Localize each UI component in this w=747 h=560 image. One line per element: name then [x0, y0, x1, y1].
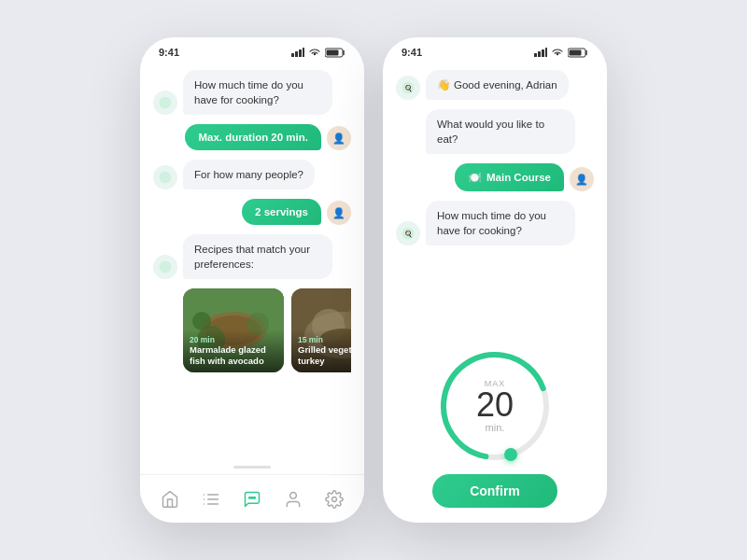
recipe-card-turkey[interactable]: 15 min Grilled vegetable turkey — [291, 288, 351, 372]
bot-avatar-2: 🍳 — [396, 76, 420, 100]
greeting-emoji: 👋 — [437, 79, 450, 91]
chat-icon — [243, 490, 261, 509]
svg-text:🍳: 🍳 — [404, 84, 413, 92]
nav-chat[interactable] — [235, 483, 269, 516]
message-row: 2 servings 👤 — [153, 199, 351, 225]
bottom-nav-1 — [140, 474, 364, 523]
status-bar-1: 9:41 — [140, 37, 364, 63]
message-row: 🍳 How much time do you have for cooking? — [396, 201, 594, 245]
battery-icon-2 — [568, 48, 588, 58]
svg-point-32 — [290, 492, 297, 498]
svg-text:🍳: 🍳 — [404, 230, 413, 238]
settings-icon — [325, 490, 344, 509]
chat-area-1: 🍳 How much time do you have for cooking?… — [140, 63, 364, 462]
message-row: 🍳 How much time do you have for cooking? — [153, 70, 351, 115]
user-avatar-2: 👤 — [570, 167, 594, 191]
phones-container: 9:41 — [140, 37, 607, 523]
message-row: 🍳 👋Good evening, Adrian — [396, 70, 594, 100]
chef-icon: 🍳 — [159, 171, 172, 184]
svg-rect-3 — [303, 48, 304, 57]
message-row: What would you like to eat? — [396, 109, 594, 154]
list-icon — [202, 490, 220, 509]
svg-rect-36 — [542, 49, 544, 57]
message-row: Max. duration 20 min. 👤 — [153, 124, 351, 150]
message-row: 🍳 Recipes that match your preferences: — [153, 234, 351, 279]
chef-icon-2: 🍳 — [402, 81, 415, 94]
nav-home[interactable] — [153, 483, 187, 516]
bot-bubble-2: What would you like to eat? — [426, 109, 575, 154]
timer-center: MAX 20 min. — [476, 379, 514, 433]
bot-bubble: Recipes that match your preferences: — [183, 234, 332, 279]
status-icons-2 — [534, 48, 588, 58]
home-icon — [161, 490, 179, 509]
timer-number: 20 — [476, 388, 514, 422]
svg-rect-37 — [545, 48, 547, 57]
svg-point-10 — [160, 261, 172, 273]
wifi-icon-2 — [551, 48, 564, 57]
svg-rect-1 — [295, 51, 298, 57]
svg-point-8 — [160, 172, 172, 184]
user-bubble: 2 servings — [242, 199, 321, 225]
status-bar-2: 9:41 — [383, 37, 607, 63]
nav-settings[interactable] — [317, 483, 351, 516]
user-avatar: 👤 — [327, 126, 351, 150]
signal-icon-2 — [534, 48, 547, 57]
signal-icon — [291, 48, 304, 57]
recipe-cards: 20 min Marmalade glazed fish with avocad… — [183, 288, 351, 372]
svg-point-33 — [332, 497, 337, 501]
profile-icon — [284, 490, 303, 509]
bot-bubble: For how many people? — [183, 160, 315, 189]
phone-2: 9:41 — [383, 37, 607, 523]
svg-rect-0 — [291, 53, 294, 57]
bot-avatar: 🍳 — [153, 91, 177, 115]
recipe-overlay: 15 min Grilled vegetable turkey — [291, 329, 351, 373]
user-bubble: Max. duration 20 min. — [185, 124, 321, 150]
recipe-name: Grilled vegetable turkey — [298, 344, 351, 368]
svg-rect-5 — [327, 49, 339, 55]
chef-icon: 🍳 — [159, 260, 172, 273]
svg-point-17 — [192, 312, 211, 330]
recipe-card-fish[interactable]: 20 min Marmalade glazed fish with avocad… — [183, 288, 284, 372]
message-row: 🍽️Main Course 👤 — [396, 163, 594, 191]
svg-rect-39 — [570, 49, 582, 55]
bot-avatar: 🍳 — [153, 255, 177, 279]
svg-point-29 — [249, 497, 251, 498]
chef-icon: 🍳 — [159, 96, 172, 109]
recipe-cards-container: 20 min Marmalade glazed fish with avocad… — [153, 288, 351, 372]
user-bubble-main-course: 🍽️Main Course — [455, 163, 564, 191]
phone-1: 9:41 — [140, 37, 364, 523]
time-1: 9:41 — [159, 47, 179, 58]
bot-avatar: 🍳 — [153, 165, 177, 189]
bot-avatar-3: 🍳 — [396, 221, 420, 245]
wifi-icon — [308, 48, 321, 57]
svg-point-6 — [160, 97, 172, 109]
scroll-indicator — [233, 466, 271, 469]
timer-circle[interactable]: MAX 20 min. — [434, 345, 556, 467]
svg-rect-35 — [538, 51, 541, 57]
time-2: 9:41 — [402, 47, 422, 58]
svg-point-30 — [251, 497, 253, 498]
battery-icon — [325, 48, 345, 58]
recipe-name: Marmalade glazed fish with avocado — [190, 344, 277, 368]
message-row: 🍳 For how many people? — [153, 160, 351, 189]
chef-icon-3: 🍳 — [402, 227, 415, 240]
nav-list[interactable] — [194, 483, 228, 516]
recipe-time: 20 min — [190, 335, 277, 344]
svg-rect-34 — [534, 53, 537, 57]
nav-profile[interactable] — [276, 483, 310, 516]
bot-bubble: How much time do you have for cooking? — [183, 70, 332, 115]
recipe-overlay: 20 min Marmalade glazed fish with avocad… — [183, 329, 284, 373]
recipe-time: 15 min — [298, 335, 351, 344]
bot-bubble-greeting: 👋Good evening, Adrian — [426, 70, 569, 100]
status-icons-1 — [291, 48, 345, 58]
chat-area-2: 🍳 👋Good evening, Adrian What would you l… — [383, 63, 607, 327]
bot-bubble-time: How much time do you have for cooking? — [426, 201, 575, 245]
svg-point-31 — [254, 497, 256, 498]
timer-dot — [504, 448, 517, 461]
timer-container: MAX 20 min. Confirm — [383, 327, 607, 523]
food-emoji: 🍽️ — [468, 172, 481, 183]
user-avatar: 👤 — [327, 201, 351, 225]
svg-rect-2 — [299, 49, 302, 57]
